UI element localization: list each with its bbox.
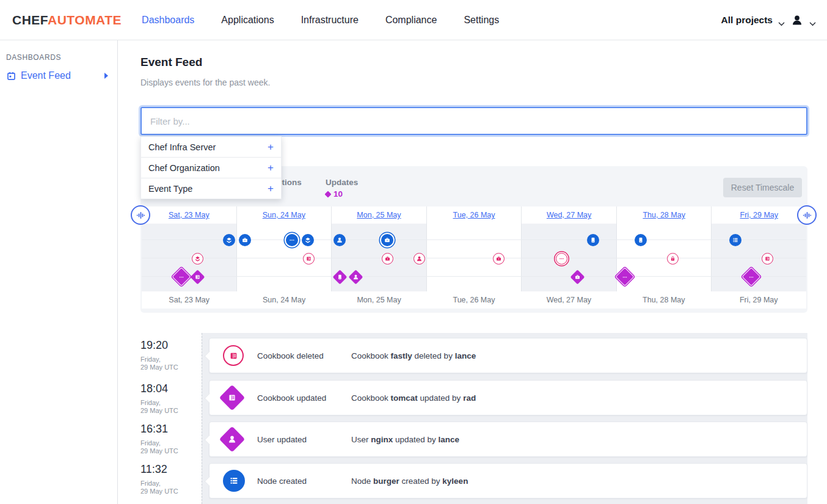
nav-links: DashboardsApplicationsInfrastructureComp… [142,15,499,26]
list-icon [223,470,245,492]
feed-date: Friday,29 May UTC [140,399,202,415]
reset-timescale-button[interactable]: Reset Timescale [723,178,802,197]
day-footer-label: Wed, 27 May [522,291,616,309]
timeline-day-header: Sat, 23 MaySun, 24 MayMon, 25 MayTue, 26… [142,206,806,224]
sidebar-item-label: Event Feed [21,70,71,81]
chevron-down-icon[interactable] [778,18,785,23]
filter-input[interactable] [140,107,807,135]
event-marker-created-dots[interactable] [286,234,298,246]
stat-count-value: 10 [333,189,343,199]
add-filter-icon[interactable]: + [268,162,274,174]
add-filter-icon[interactable]: + [268,141,274,153]
feed-time-entry: 11:32 Friday,29 May UTC [140,463,202,495]
event-marker-deleted-lock[interactable] [667,253,679,265]
day-header-cell: Mon, 25 May [332,206,427,224]
day-link-tue-26-may[interactable]: Tue, 26 May [453,211,495,219]
event-marker-created-briefcase[interactable] [381,234,393,246]
sidebar: DASHBOARDS Event Feed [0,40,118,504]
feed-date: Friday,29 May UTC [140,480,202,495]
nav-right: All projects [721,13,827,27]
nav-item-infrastructure[interactable]: Infrastructure [301,15,359,26]
briefcase-icon [239,234,251,246]
event-marker-deleted-book[interactable] [762,253,773,265]
nav-item-dashboards[interactable]: Dashboards [142,15,194,26]
feed-card-node-created: Node created Node burger created by kyle… [209,463,807,499]
event-marker-deleted-briefcase[interactable] [493,253,505,265]
event-marker-created-client[interactable] [635,234,647,246]
event-message: Cookbook fastly deleted by lance [351,351,476,360]
timescale-handle-left[interactable] [131,205,150,225]
event-marker-deleted-briefcase[interactable] [382,253,393,265]
filter-option-label: Chef Organization [148,163,220,173]
day-header-cell: Tue, 26 May [427,206,522,224]
day-footer-label: Sun, 24 May [236,291,331,309]
filter-option-chef-organization[interactable]: Chef Organization+ [141,158,281,178]
add-filter-icon[interactable]: + [268,183,274,195]
diamond-icon [324,191,331,197]
event-marker-deleted-dots[interactable] [556,253,567,265]
calendar-icon [6,71,16,81]
feed-time-entry: 18:04 Friday,29 May UTC [140,382,202,415]
event-marker-created-person[interactable] [333,234,346,246]
filter-option-label: Event Type [148,184,192,194]
event-message: User nginx updated by lance [351,435,459,444]
filter-option-chef-infra-server[interactable]: Chef Infra Server+ [141,137,281,158]
nav-item-settings[interactable]: Settings [464,15,499,26]
event-marker-created-layers[interactable] [302,234,314,246]
nav-item-applications[interactable]: Applications [221,15,274,26]
briefcase-icon [381,234,393,246]
feed-date: Friday,29 May UTC [140,356,202,371]
dots-icon [556,254,567,264]
page-subtitle: Displays events for the past week. [140,78,270,87]
book-icon [223,345,244,366]
event-marker-created-layers[interactable] [223,234,235,246]
day-footer-label: Fri, 29 May [712,291,806,309]
gridline [142,258,806,258]
feed-card-cookbook-updated: Cookbook updated Cookbook tomcat updated… [209,380,807,415]
day-header-cell: Thu, 28 May [617,206,712,224]
event-marker-created-list[interactable] [729,234,741,246]
logo-automate: AUTOMATE [48,13,122,27]
event-marker-deleted-person[interactable] [414,253,425,265]
feed-date: Friday,29 May UTC [140,439,202,455]
feed-time-entry: 19:20 Friday,29 May UTC [140,339,202,371]
event-message: Node burger created by kyleen [351,477,468,486]
day-link-fri-29-may[interactable]: Fri, 29 May [740,211,779,219]
sidebar-section-title: DASHBOARDS [6,53,61,62]
book-icon [219,385,245,411]
lock-icon [668,254,678,264]
book-icon [762,254,773,264]
nav-item-compliance[interactable]: Compliance [385,15,437,26]
filter-option-label: Chef Infra Server [148,142,216,152]
event-marker-deleted-layers[interactable] [192,253,203,265]
projects-filter-button[interactable]: All projects [721,15,773,26]
timeline-day-footer: Sat, 23 MaySun, 24 MayMon, 25 MayTue, 26… [142,291,806,309]
day-link-sun-24-may[interactable]: Sun, 24 May [263,211,305,219]
page-title: Event Feed [140,56,202,69]
event-type-label: Node created [257,477,307,486]
day-footer-label: Mon, 25 May [332,291,426,309]
filter-option-event-type[interactable]: Event Type+ [141,178,281,199]
client-icon [635,234,647,246]
chef-automate-logo: CHEFAUTOMATE [12,13,122,27]
person-icon [219,426,245,452]
stat-updates: Updates10 [326,178,358,199]
day-link-thu-28-may[interactable]: Thu, 28 May [643,211,685,219]
event-marker-created-briefcase[interactable] [239,234,251,246]
day-link-wed-27-may[interactable]: Wed, 27 May [547,211,591,219]
dots-icon [286,234,298,246]
day-link-sat-23-may[interactable]: Sat, 23 May [169,211,209,219]
person-icon [414,254,424,264]
event-type-label: Cookbook updated [257,393,326,403]
briefcase-icon [494,254,504,264]
sidebar-item-event-feed[interactable]: Event Feed [0,67,118,84]
chevron-down-icon[interactable] [809,18,816,23]
event-marker-created-client[interactable] [587,234,599,246]
expand-arrow-icon[interactable] [104,73,108,79]
stat-count: 10 [326,189,358,199]
event-marker-deleted-book[interactable] [303,253,315,265]
timescale-handle-right[interactable] [797,205,817,225]
book-icon [304,254,314,264]
user-avatar-icon[interactable] [790,13,804,27]
day-link-mon-25-may[interactable]: Mon, 25 May [357,211,401,219]
